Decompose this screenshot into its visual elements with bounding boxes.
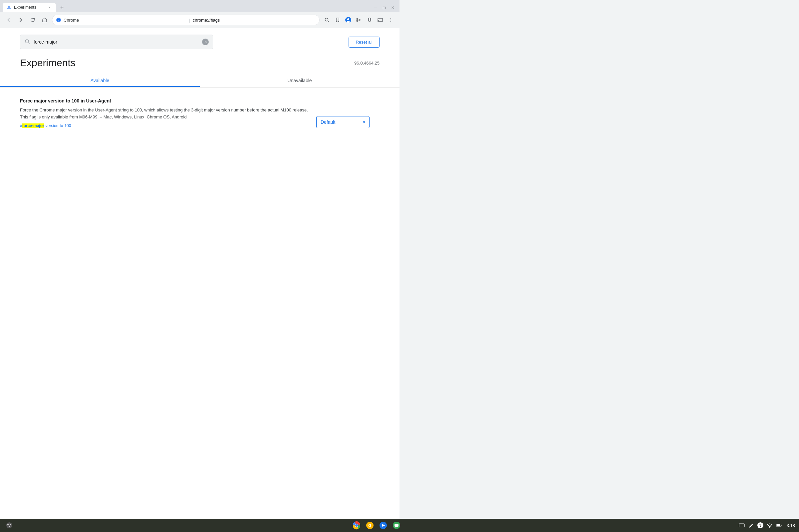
tab-strip: Experiments × +	[3, 0, 67, 12]
flag-dropdown-label: Default	[321, 119, 335, 125]
tab-close-button[interactable]: ×	[47, 5, 52, 10]
new-tab-button[interactable]: +	[57, 3, 67, 12]
search-clear-button[interactable]: ✕	[202, 39, 209, 45]
svg-point-7	[347, 18, 349, 20]
svg-point-9	[356, 18, 358, 20]
content-area: Force major version to 100 in User-Agent…	[0, 88, 400, 140]
flag-dropdown-arrow: ▾	[363, 119, 365, 125]
close-button[interactable]: ✕	[389, 4, 397, 12]
extensions-icon[interactable]	[365, 15, 374, 25]
page-content: ✕ Reset all Experiments 96.0.4664.25 Ava…	[0, 28, 400, 519]
svg-point-16	[391, 21, 391, 22]
window-controls: ─ ◻ ✕	[372, 4, 397, 12]
flag-link-highlight: force-major	[22, 124, 44, 128]
flag-link[interactable]: #force-major-version-to-100	[20, 123, 71, 129]
menu-button[interactable]	[386, 15, 395, 25]
svg-point-15	[391, 20, 391, 20]
flag-description: Force the Chrome major version in the Us…	[20, 107, 310, 129]
svg-line-5	[328, 21, 329, 22]
flag-link-suffix: -version-to-100	[44, 124, 71, 128]
svg-line-12	[358, 20, 361, 21]
address-separator: |	[189, 18, 190, 23]
flag-item: Force major version to 100 in User-Agent…	[20, 98, 370, 129]
flag-title: Force major version to 100 in User-Agent	[20, 98, 370, 103]
svg-text:i: i	[58, 19, 59, 21]
flag-row: Force the Chrome major version in the Us…	[20, 107, 370, 129]
cast-icon[interactable]	[375, 15, 385, 25]
experiments-heading: Experiments 96.0.4664.25	[0, 49, 400, 69]
tabs-container: Available Unavailable	[0, 69, 400, 88]
svg-point-8	[347, 21, 350, 23]
tab-title: Experiments	[14, 5, 44, 10]
omnibar: i Chrome | chrome://flags	[0, 12, 400, 28]
restore-button[interactable]: ◻	[380, 4, 388, 12]
search-area: ✕ Reset all	[0, 28, 400, 49]
address-bar[interactable]: i Chrome | chrome://flags	[52, 15, 320, 25]
flag-details: Force the Chrome major version in the Us…	[20, 107, 310, 129]
search-toolbar-icon[interactable]	[322, 15, 332, 25]
bookmark-icon[interactable]	[333, 15, 342, 25]
titlebar: Experiments × + ─ ◻ ✕	[0, 0, 400, 12]
site-security-icon: i	[56, 18, 61, 22]
home-button[interactable]	[40, 15, 49, 25]
search-icon	[24, 39, 30, 45]
page-title: Experiments	[20, 57, 76, 69]
version-text: 96.0.4664.25	[354, 60, 379, 65]
tab-available[interactable]: Available	[0, 74, 200, 87]
reset-all-button[interactable]: Reset all	[349, 37, 379, 48]
svg-rect-13	[378, 18, 383, 22]
back-button[interactable]	[4, 15, 13, 25]
active-tab[interactable]: Experiments ×	[3, 3, 56, 12]
address-url: chrome://flags	[193, 18, 315, 23]
minimize-button[interactable]: ─	[372, 4, 379, 12]
profile-icon[interactable]	[343, 15, 353, 25]
svg-line-18	[28, 43, 30, 44]
flag-link-hash: #	[20, 124, 22, 128]
tab-favicon	[7, 5, 11, 10]
svg-marker-1	[7, 6, 11, 9]
scissors-icon[interactable]	[354, 15, 364, 25]
tab-unavailable[interactable]: Unavailable	[200, 74, 400, 87]
flags-search-input[interactable]	[34, 39, 199, 44]
reload-button[interactable]	[28, 15, 37, 25]
site-name: Chrome	[63, 18, 186, 23]
flag-dropdown[interactable]: Default ▾	[316, 116, 370, 128]
svg-point-10	[356, 20, 358, 22]
flag-description-text: Force the Chrome major version in the Us…	[20, 108, 308, 119]
svg-point-14	[391, 18, 391, 19]
forward-button[interactable]	[16, 15, 25, 25]
search-box[interactable]: ✕	[20, 35, 213, 49]
toolbar-icons	[322, 15, 395, 25]
